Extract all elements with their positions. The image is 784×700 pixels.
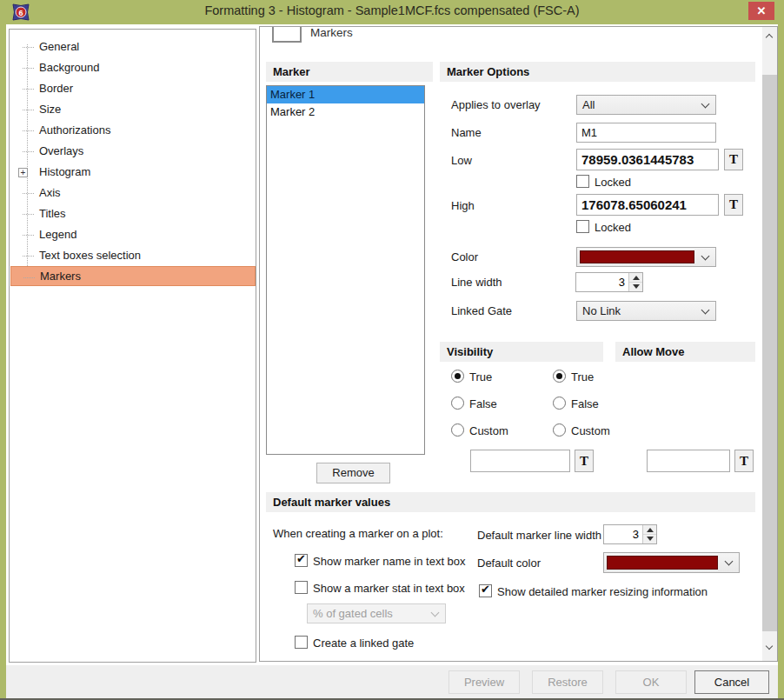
show-detailed-resizing-label: Show detailed marker resizing informatio…	[497, 585, 708, 598]
show-marker-name-label: Show marker name in text box	[313, 555, 466, 568]
applies-to-overlay-select[interactable]: All	[576, 95, 716, 115]
sidebar-item-overlays[interactable]: Overlays	[10, 141, 256, 162]
marker-options-header: Marker Options	[440, 62, 755, 82]
scrollbar-thumb[interactable]	[762, 75, 777, 631]
high-formula-button[interactable]: T	[724, 194, 743, 216]
close-icon[interactable]: ✕	[748, 2, 774, 20]
list-item-marker-1[interactable]: Marker 1	[267, 86, 424, 103]
window-title: Formatting 3 - Histogram - Sample1MCF.fc…	[0, 3, 784, 17]
chevron-down-icon	[725, 557, 734, 566]
visibility-formula-button[interactable]: T	[575, 450, 594, 472]
allow-move-true-radio[interactable]	[553, 370, 566, 383]
when-creating-label: When creating a marker on a plot:	[273, 527, 443, 540]
sidebar-item-axis[interactable]: Axis	[10, 183, 256, 203]
visibility-true-label: True	[469, 370, 492, 383]
sidebar-item-size[interactable]: Size	[10, 99, 256, 120]
titlebar: 6 Formatting 3 - Histogram - Sample1MCF.…	[0, 0, 784, 24]
allow-move-true-label: True	[571, 370, 594, 383]
sidebar-item-markers[interactable]: Markers	[10, 266, 256, 286]
list-item-marker-2[interactable]: Marker 2	[267, 103, 424, 121]
visibility-false-label: False	[469, 397, 497, 410]
scroll-down-icon[interactable]	[762, 640, 777, 655]
visibility-custom-field[interactable]	[470, 450, 570, 472]
high-locked-label: Locked	[595, 221, 631, 234]
stat-type-select: % of gated cells	[307, 603, 446, 623]
show-marker-name-checkbox[interactable]: ✔	[295, 554, 308, 567]
low-label: Low	[451, 154, 472, 167]
markers-section-heading: Markers	[310, 26, 353, 39]
default-color-label: Default color	[477, 557, 541, 570]
chevron-down-icon	[701, 100, 710, 109]
high-locked-checkbox[interactable]	[576, 220, 589, 233]
sidebar-item-authorizations[interactable]: Authorizations	[10, 120, 256, 141]
default-line-width-label: Default marker line width	[477, 529, 601, 542]
color-swatch	[580, 250, 694, 263]
show-marker-stat-label: Show a marker stat in text box	[313, 582, 465, 595]
low-field[interactable]	[576, 149, 719, 170]
spin-up-icon[interactable]	[629, 273, 642, 283]
scroll-up-icon[interactable]	[762, 29, 777, 43]
default-line-width-stepper[interactable]	[603, 524, 657, 544]
default-color-swatch	[607, 556, 718, 570]
show-detailed-resizing-checkbox[interactable]: ✔	[479, 584, 492, 597]
default-marker-values-header: Default marker values	[266, 492, 755, 512]
color-select[interactable]	[576, 247, 716, 267]
line-width-label: Line width	[451, 276, 502, 289]
color-label: Color	[451, 250, 478, 263]
show-marker-stat-checkbox[interactable]	[295, 581, 308, 594]
name-field[interactable]	[576, 123, 716, 143]
settings-tree: General Background Border Size Authoriza…	[9, 29, 256, 663]
marker-list-header: Marker	[266, 62, 433, 82]
sidebar-item-border[interactable]: Border	[10, 78, 256, 99]
default-color-select[interactable]	[603, 552, 740, 573]
visibility-custom-radio[interactable]	[451, 423, 464, 437]
applies-to-overlay-label: Applies to overlay	[451, 98, 541, 111]
chevron-down-icon	[431, 609, 440, 617]
sidebar-item-general[interactable]: General	[10, 37, 256, 57]
line-width-stepper[interactable]	[575, 272, 643, 292]
visibility-custom-label: Custom	[469, 424, 508, 437]
allow-move-false-label: False	[571, 397, 599, 410]
sidebar-item-background[interactable]: Background	[10, 57, 256, 78]
linked-gate-select[interactable]: No Link	[576, 301, 716, 321]
sidebar-item-legend[interactable]: Legend	[10, 224, 256, 245]
sidebar-item-titles[interactable]: Titles	[10, 203, 256, 224]
checkmark-icon: ✔	[481, 583, 490, 596]
allow-move-custom-radio[interactable]	[553, 423, 566, 437]
create-linked-gate-label: Create a linked gate	[313, 637, 414, 650]
dialog-footer: Preview Restore OK Cancel	[6, 665, 778, 698]
sidebar-item-text-boxes-selection[interactable]: Text boxes selection	[10, 245, 256, 266]
low-locked-label: Locked	[595, 176, 631, 189]
spin-up-icon[interactable]	[643, 525, 656, 535]
remove-button[interactable]: Remove	[316, 463, 390, 483]
high-field[interactable]	[576, 194, 719, 216]
dialog-window: 6 Formatting 3 - Histogram - Sample1MCF.…	[0, 0, 784, 700]
linked-gate-label: Linked Gate	[451, 304, 512, 317]
visibility-true-radio[interactable]	[451, 370, 464, 383]
markers-settings-panel: Markers Marker Marker 1 Marker 2 Remove …	[259, 26, 778, 662]
spin-down-icon[interactable]	[643, 535, 656, 544]
visibility-header: Visibility	[440, 342, 603, 362]
low-locked-checkbox[interactable]	[576, 175, 589, 188]
cancel-button[interactable]: Cancel	[694, 670, 769, 694]
create-linked-gate-checkbox[interactable]	[295, 636, 308, 649]
visibility-false-radio[interactable]	[451, 397, 464, 410]
allow-move-false-radio[interactable]	[553, 397, 566, 410]
dialog-body: General Background Border Size Authoriza…	[6, 24, 778, 698]
allow-move-custom-field[interactable]	[647, 450, 730, 472]
preview-button[interactable]: Preview	[448, 670, 520, 694]
spin-down-icon[interactable]	[629, 283, 642, 292]
expand-plus-icon[interactable]: +	[18, 168, 28, 177]
checkmark-icon: ✔	[296, 552, 306, 565]
sidebar-item-histogram[interactable]: + Histogram	[10, 162, 256, 183]
restore-button[interactable]: Restore	[532, 670, 603, 694]
chevron-down-icon	[701, 306, 710, 315]
chevron-down-icon	[701, 252, 710, 261]
markers-section-icon	[272, 26, 302, 43]
vertical-scrollbar[interactable]	[762, 27, 777, 661]
allow-move-formula-button[interactable]: T	[734, 450, 754, 472]
ok-button[interactable]: OK	[615, 670, 687, 694]
allow-move-header: Allow Move	[615, 342, 755, 362]
allow-move-custom-label: Custom	[571, 424, 610, 437]
low-formula-button[interactable]: T	[724, 149, 743, 170]
